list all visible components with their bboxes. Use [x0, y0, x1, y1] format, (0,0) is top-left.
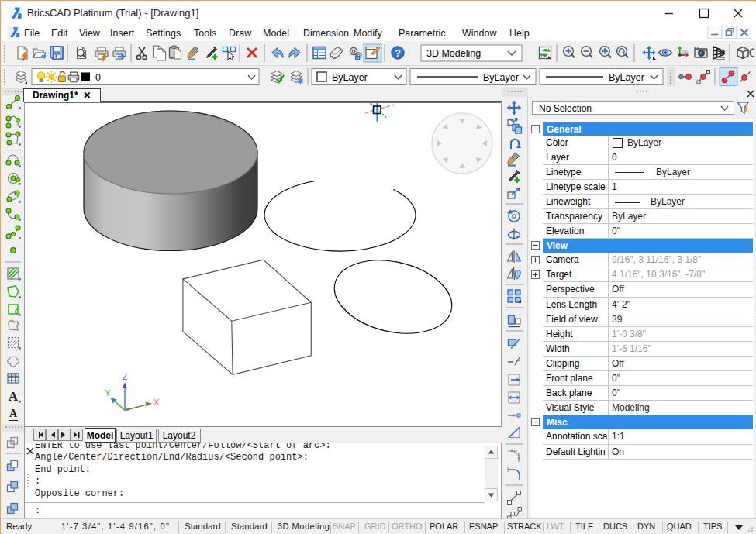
svg-text:ByLayer: ByLayer	[609, 72, 644, 83]
svg-text:0: 0	[95, 72, 101, 83]
svg-text:?: ?	[395, 47, 401, 59]
svg-text:A: A	[9, 408, 18, 419]
svg-text:Z: Z	[123, 372, 128, 381]
svg-text:Layout2: Layout2	[163, 430, 196, 441]
svg-text:Model: Model	[87, 430, 114, 441]
svg-text:Layout1: Layout1	[120, 430, 154, 441]
svg-text:ByLayer: ByLayer	[483, 72, 519, 83]
svg-text:3D Modeling: 3D Modeling	[426, 48, 481, 59]
svg-text:A: A	[9, 389, 19, 404]
svg-text:Y: Y	[105, 388, 111, 398]
svg-text:X: X	[154, 398, 160, 407]
svg-text:ByLayer: ByLayer	[332, 72, 368, 83]
